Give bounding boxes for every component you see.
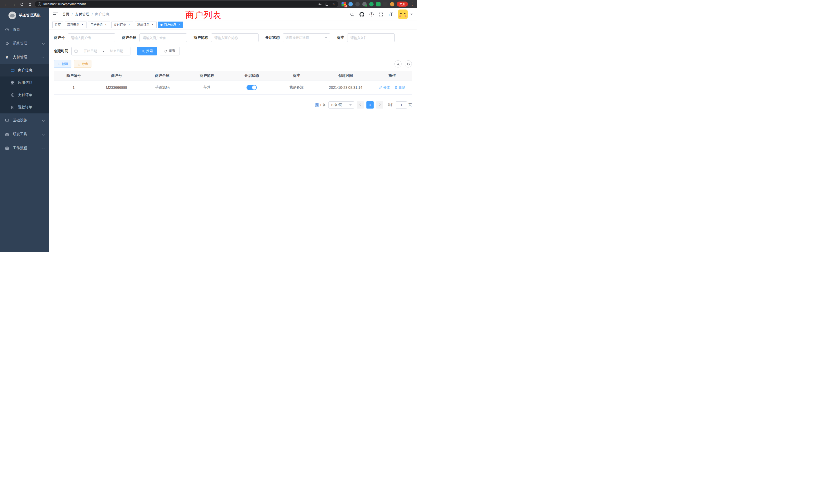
app-logo[interactable]: 芋道管理系统 [0, 8, 49, 23]
close-icon[interactable] [177, 23, 181, 27]
remark-input[interactable] [347, 33, 395, 42]
export-button[interactable]: 导出 [74, 60, 91, 68]
extension-blue-icon[interactable] [348, 2, 353, 6]
reset-button[interactable]: 重置 [160, 47, 180, 55]
fullscreen-icon[interactable] [379, 12, 383, 17]
browser-home-icon[interactable] [27, 1, 32, 7]
prev-page-button[interactable] [357, 101, 364, 109]
payment-submenu: 商户信息 应用信息 支付订单 退款订单 [0, 64, 49, 113]
pagination-total: 共 1 条 [315, 102, 326, 107]
extension-dark-circle-icon[interactable] [355, 2, 360, 6]
extension-green-circle-icon[interactable] [369, 2, 374, 6]
tab-process-form[interactable]: 流程表单 [65, 22, 87, 28]
help-icon[interactable]: ? [370, 12, 374, 17]
cell-short-name: 芋艿 [184, 81, 229, 94]
dashboard-icon [5, 28, 9, 31]
browser-profile-avatar[interactable] [390, 2, 394, 6]
filter-merchant-no: 商户号 [54, 33, 115, 42]
page-number-1[interactable]: 1 [367, 101, 374, 109]
sidebar-toggle-icon[interactable] [53, 13, 58, 16]
sidebar-item-system[interactable]: 系统管理 [0, 37, 49, 50]
status-toggle[interactable] [246, 85, 257, 90]
browser-menu-icon[interactable]: ⋮ [410, 2, 414, 6]
sidebar-item-dev-tools[interactable]: 研发工具 [0, 127, 49, 141]
sidebar-item-refund-order[interactable]: 退款订单 [0, 101, 49, 113]
tab-refund-order[interactable]: 退款订单 [135, 22, 157, 28]
refresh-table-icon[interactable] [405, 60, 412, 68]
close-icon[interactable] [151, 23, 154, 27]
tab-user-group[interactable]: 用户分组 [88, 22, 110, 28]
page-size-select[interactable]: 10条/页 [328, 101, 354, 109]
github-icon[interactable] [359, 12, 364, 17]
tab-merchant-info[interactable]: 商户信息 [158, 22, 183, 28]
sidebar-item-infrastructure[interactable]: 基础设施 [0, 113, 49, 127]
sidebar-item-merchant-info[interactable]: 商户信息 [0, 64, 49, 76]
close-icon[interactable] [81, 23, 84, 27]
col-remark: 备注 [274, 71, 319, 81]
col-merchant-id: 商户编号 [54, 71, 93, 81]
sidebar-item-pay-order[interactable]: 支付订单 [0, 89, 49, 101]
extension-profile-icon[interactable] [362, 2, 367, 6]
yen-icon: ¥ [5, 55, 9, 60]
merchant-no-label: 商户号 [54, 36, 68, 40]
chevron-down-icon [42, 42, 45, 44]
grid-icon [10, 81, 15, 85]
filter-status: 开启状态 请选择开启状态 [265, 33, 330, 42]
close-icon[interactable] [104, 23, 108, 27]
extension-pin-icon[interactable] [383, 2, 388, 6]
sidebar-item-home[interactable]: 首页 [0, 23, 49, 37]
extension-icons: 10 [342, 2, 394, 6]
browser-update-button[interactable]: 更新 [397, 2, 408, 7]
full-name-input[interactable] [139, 33, 187, 42]
breadcrumb-home[interactable]: 首页 [62, 12, 69, 17]
sidebar-item-label: 首页 [13, 27, 20, 32]
table-toolbar: 新增 导出 [54, 60, 412, 68]
next-page-button[interactable] [376, 101, 383, 109]
search-button[interactable]: 搜索 [137, 47, 157, 55]
site-info-icon[interactable]: i [38, 2, 41, 6]
extension-colorful-icon[interactable]: 10 [342, 2, 346, 6]
tab-pay-order[interactable]: 支付订单 [111, 22, 133, 28]
password-key-icon[interactable] [318, 2, 322, 6]
edit-link[interactable]: 修改 [379, 85, 390, 90]
delete-link[interactable]: 删除 [394, 85, 405, 90]
search-icon[interactable] [350, 12, 354, 17]
sidebar-item-payment[interactable]: ¥ 支付管理 [0, 50, 49, 64]
tab-label: 支付订单 [114, 23, 126, 27]
col-full-name: 商户全称 [140, 71, 184, 81]
table-toolbar-right [394, 60, 412, 68]
breadcrumb-payment[interactable]: 支付管理 [75, 12, 89, 17]
bookmark-star-icon[interactable]: ☆ [332, 2, 335, 6]
add-button[interactable]: 新增 [54, 60, 71, 68]
active-dot [160, 24, 162, 26]
sidebar-item-workflow[interactable]: 工作流程 [0, 141, 49, 155]
page-size-value: 10条/页 [331, 102, 342, 107]
extension-green-square-icon[interactable] [376, 2, 380, 6]
cell-status [229, 81, 274, 94]
font-size-icon[interactable]: TT [388, 12, 393, 17]
browser-back-icon[interactable]: ← [3, 1, 9, 7]
sidebar-item-label: 应用信息 [18, 80, 32, 85]
sidebar-item-app-info[interactable]: 应用信息 [0, 76, 49, 89]
avatar-caret-icon[interactable] [410, 14, 413, 15]
browser-forward-icon[interactable]: → [11, 1, 17, 7]
close-icon[interactable] [127, 23, 131, 27]
tab-home[interactable]: 首页 [52, 22, 63, 28]
cell-full-name: 芋道源码 [140, 81, 184, 94]
merchant-no-input[interactable] [68, 33, 115, 42]
chevron-down-icon [349, 104, 352, 106]
briefcase-icon [5, 146, 9, 150]
create-time-range-picker[interactable]: 开始日期 - 结束日期 [71, 47, 130, 55]
goto-page: 前往 页 [388, 101, 412, 109]
browser-refresh-icon[interactable] [19, 1, 25, 7]
user-avatar[interactable] [398, 9, 408, 19]
address-bar[interactable]: i localhost:1024/pay/merchant ☆ [35, 1, 338, 7]
col-merchant-no: 商户号 [93, 71, 140, 81]
short-name-input[interactable] [211, 33, 259, 42]
share-icon[interactable] [325, 2, 329, 6]
status-select[interactable]: 请选择开启状态 [283, 33, 330, 42]
tab-label: 用户分组 [90, 23, 103, 27]
tab-label: 商户信息 [164, 23, 176, 27]
goto-page-input[interactable] [396, 101, 407, 109]
toggle-search-icon[interactable] [394, 60, 401, 68]
